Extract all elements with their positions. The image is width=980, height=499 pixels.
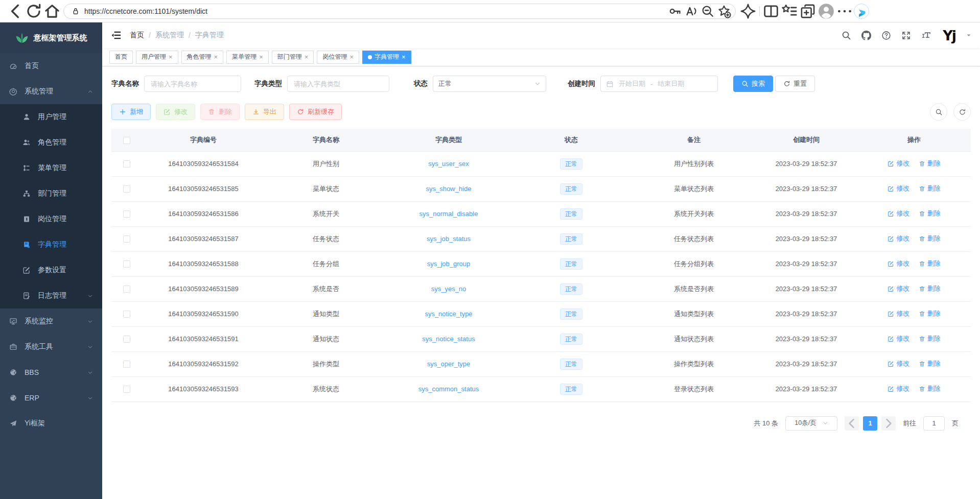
dict-type-link[interactable]: sys_job_status — [427, 235, 471, 243]
sidebar-item-erp[interactable]: ERP — [0, 385, 102, 411]
dict-type-link[interactable]: sys_show_hide — [426, 185, 472, 193]
dict-type-link[interactable]: sys_oper_type — [427, 360, 471, 368]
row-checkbox[interactable] — [123, 286, 130, 293]
sidebar-item-system[interactable]: 系统管理 — [0, 79, 102, 104]
fullscreen-icon[interactable] — [901, 31, 911, 40]
row-delete-link[interactable]: 删除 — [919, 209, 941, 218]
row-delete-link[interactable]: 删除 — [919, 159, 941, 168]
row-edit-link[interactable]: 修改 — [888, 284, 909, 293]
refresh-table-button[interactable] — [953, 103, 971, 121]
search-button[interactable]: 搜索 — [733, 76, 773, 92]
row-checkbox[interactable] — [123, 311, 130, 318]
breadcrumb-system[interactable]: 系统管理 — [155, 31, 184, 40]
address-bar[interactable]: https://ccnetcore.com:1101/system/dict — [63, 4, 736, 19]
sidebar-item-monitor[interactable]: 系统监控 — [0, 308, 102, 334]
sidebar-item-menus[interactable]: 菜单管理 — [0, 155, 102, 181]
row-delete-link[interactable]: 删除 — [919, 259, 941, 268]
favorite-add-icon[interactable] — [716, 4, 732, 18]
dict-type-link[interactable]: sys_notice_type — [425, 310, 472, 318]
row-delete-link[interactable]: 删除 — [919, 334, 941, 343]
row-checkbox[interactable] — [123, 260, 130, 268]
favorites-bar-icon[interactable] — [780, 3, 799, 20]
date-range-picker[interactable]: 开始日期 - 结束日期 — [600, 76, 718, 92]
zoom-out-icon[interactable] — [699, 4, 716, 18]
row-checkbox[interactable] — [123, 185, 130, 193]
tab-dict-mgmt[interactable]: 字典管理× — [362, 51, 411, 64]
export-button[interactable]: 导出 — [245, 104, 284, 120]
tab-close-icon[interactable]: × — [214, 54, 218, 60]
dict-type-link[interactable]: sys_job_group — [427, 260, 471, 268]
row-delete-link[interactable]: 删除 — [919, 184, 941, 193]
home-icon[interactable] — [43, 3, 61, 20]
row-edit-link[interactable]: 修改 — [888, 184, 909, 193]
sidebar-item-home[interactable]: 首页 — [0, 53, 102, 79]
sidebar-item-posts[interactable]: 岗位管理 — [0, 206, 102, 232]
tab-home[interactable]: 首页 — [109, 51, 133, 64]
sidebar-item-departments[interactable]: 部门管理 — [0, 181, 102, 206]
user-logo-mark[interactable]: Yj — [943, 29, 955, 42]
bing-chat-icon[interactable] — [854, 4, 869, 19]
sidebar-item-logs[interactable]: 日志管理 — [0, 283, 102, 308]
font-size-icon[interactable] — [921, 31, 932, 40]
user-dropdown-caret-icon[interactable] — [966, 32, 972, 38]
breadcrumb-home[interactable]: 首页 — [130, 31, 144, 40]
show-search-toggle-button[interactable] — [930, 103, 947, 121]
row-edit-link[interactable]: 修改 — [888, 234, 909, 243]
row-checkbox[interactable] — [123, 210, 130, 218]
current-page-button[interactable]: 1 — [863, 416, 877, 431]
tab-close-icon[interactable]: × — [305, 54, 309, 60]
collections-icon[interactable] — [799, 3, 817, 20]
row-checkbox[interactable] — [123, 361, 130, 368]
refresh-cache-button[interactable]: 刷新缓存 — [289, 104, 342, 120]
more-options-icon[interactable] — [835, 3, 854, 20]
row-edit-link[interactable]: 修改 — [888, 334, 909, 343]
sidebar-item-yi-framework[interactable]: Yi框架 — [0, 411, 102, 436]
sidebar-item-users[interactable]: 用户管理 — [0, 104, 102, 130]
tab-close-icon[interactable]: × — [169, 54, 173, 60]
lock-icon[interactable] — [71, 7, 80, 16]
tab-post-mgmt[interactable]: 岗位管理× — [317, 51, 359, 64]
page-size-select[interactable]: 10条/页 — [785, 416, 837, 431]
edit-button[interactable]: 修改 — [156, 104, 195, 120]
status-select[interactable]: 正常 — [433, 76, 546, 92]
row-delete-link[interactable]: 删除 — [919, 309, 941, 318]
row-checkbox[interactable] — [123, 386, 130, 393]
tab-user-mgmt[interactable]: 用户管理× — [136, 51, 178, 64]
select-all-checkbox[interactable] — [123, 137, 130, 144]
row-delete-link[interactable]: 删除 — [919, 234, 941, 243]
app-logo[interactable]: 意框架管理系统 — [0, 22, 102, 53]
refresh-icon[interactable] — [25, 3, 43, 20]
back-icon[interactable] — [6, 3, 25, 20]
dict-type-link[interactable]: sys_user_sex — [428, 160, 469, 168]
next-page-button[interactable] — [881, 416, 896, 431]
dict-type-link[interactable]: sys_notice_status — [422, 335, 475, 343]
tab-close-icon[interactable]: × — [349, 54, 354, 60]
tab-menu-mgmt[interactable]: 菜单管理× — [226, 51, 269, 64]
tab-dept-mgmt[interactable]: 部门管理× — [272, 51, 314, 64]
read-aloud-icon[interactable] — [683, 4, 699, 18]
sidebar-item-roles[interactable]: 角色管理 — [0, 130, 102, 155]
url-text[interactable]: https://ccnetcore.com:1101/system/dict — [84, 7, 663, 15]
row-delete-link[interactable]: 删除 — [919, 284, 941, 293]
dict-type-link[interactable]: sys_yes_no — [431, 285, 466, 293]
row-edit-link[interactable]: 修改 — [888, 359, 909, 368]
header-search-icon[interactable] — [842, 31, 851, 40]
row-checkbox[interactable] — [123, 235, 130, 243]
row-edit-link[interactable]: 修改 — [888, 209, 909, 218]
row-edit-link[interactable]: 修改 — [888, 259, 909, 268]
row-edit-link[interactable]: 修改 — [888, 384, 909, 393]
split-screen-icon[interactable] — [762, 3, 780, 20]
reset-button[interactable]: 重置 — [775, 76, 815, 92]
row-delete-link[interactable]: 删除 — [919, 384, 941, 393]
profile-avatar[interactable] — [817, 3, 835, 20]
add-button[interactable]: 新增 — [111, 104, 151, 120]
dict-name-input[interactable] — [144, 76, 241, 92]
goto-page-input[interactable] — [923, 416, 945, 431]
prev-page-button[interactable] — [845, 416, 859, 431]
extensions-icon[interactable] — [739, 3, 757, 20]
sidebar-item-parameters[interactable]: 参数设置 — [0, 257, 102, 283]
tab-role-mgmt[interactable]: 角色管理× — [181, 51, 224, 64]
dict-type-link[interactable]: sys_common_status — [418, 385, 479, 393]
tab-close-icon[interactable]: × — [402, 54, 406, 60]
dict-type-input[interactable] — [287, 76, 389, 92]
